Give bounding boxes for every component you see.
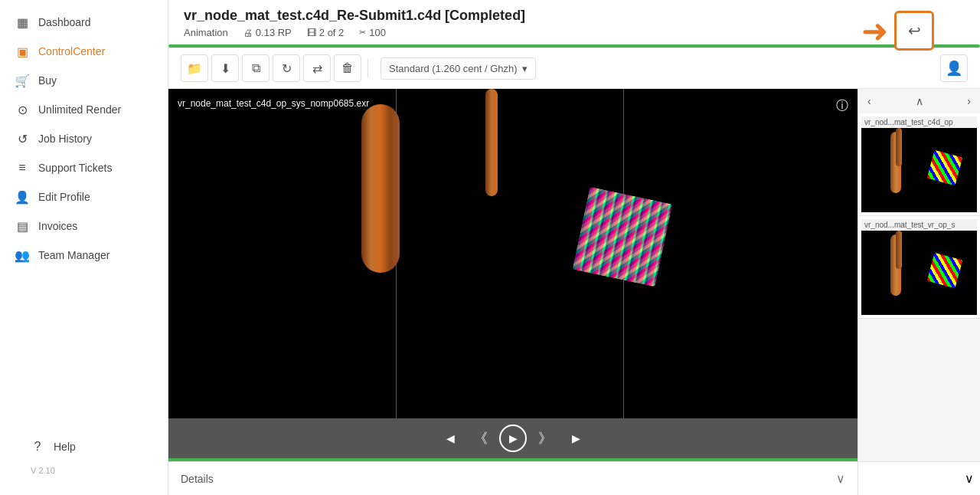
refresh-button[interactable]: ↻ (273, 54, 300, 82)
details-chevron-icon: ∨ (836, 471, 845, 486)
thumbnail-item-2[interactable]: vr_nod...mat_test_vr_op_s (858, 216, 980, 319)
thumb-collapse-button[interactable]: ∧ (916, 95, 923, 107)
edit-profile-icon: 👤 (15, 190, 29, 204)
sidebar-item-label: Help (54, 441, 76, 453)
sidebar: ▦ Dashboard ▣ ControlCenter 🛒 Buy ⊙ Unli… (0, 0, 168, 495)
control-center-icon: ▣ (15, 44, 29, 58)
toolbar-divider (368, 59, 368, 77)
zoom-icon: ✂ (359, 28, 366, 38)
play-button[interactable]: ▶ (499, 425, 527, 452)
thumbnail-list: vr_nod...mat_test_c4d_op vr_nod...mat_te… (858, 113, 980, 461)
rp-value: 0.13 RP (256, 27, 292, 38)
sidebar-item-support-tickets[interactable]: ≡ Support Tickets (0, 153, 168, 182)
arrow-right-icon: ➜ (861, 12, 888, 50)
sidebar-label-team-manager: Team Manager (38, 249, 109, 261)
frames-icon: 🎞 (307, 28, 316, 38)
sidebar-item-buy[interactable]: 🛒 Buy (0, 66, 168, 95)
details-bar[interactable]: Details ∨ (168, 461, 858, 495)
sidebar-item-control-center[interactable]: ▣ ControlCenter (0, 37, 168, 66)
support-tickets-icon: ≡ (15, 161, 29, 175)
sidebar-label-control-center: ControlCenter (38, 45, 105, 57)
avatar-button[interactable]: 👤 (940, 54, 968, 82)
svg-rect-9 (573, 186, 672, 286)
prev-start-button[interactable]: ◀ (438, 426, 462, 451)
job-type-label: Animation (184, 27, 228, 38)
invoices-icon: ▤ (15, 219, 29, 233)
render-type-dropdown[interactable]: Standard (1.260 cent / Ghzh) ▾ (381, 57, 536, 80)
details-label: Details (181, 473, 214, 485)
sidebar-item-dashboard[interactable]: ▦ Dashboard (0, 8, 168, 37)
thumb-prev-button[interactable]: ‹ (867, 95, 871, 107)
job-title-text: vr_node_mat_test.c4d_Re-Submit1.c4d [Com… (184, 8, 525, 24)
thumbnail-nav: ‹ ∧ › (858, 89, 980, 113)
sidebar-label-job-history: Job History (38, 133, 92, 145)
avatar-icon: 👤 (946, 60, 962, 77)
sidebar-label-invoices: Invoices (38, 220, 77, 232)
viewer-panel: vr_node_mat_test_c4d_op_sys_nomp0685.exr… (168, 89, 858, 495)
sidebar-item-help[interactable]: ? Help (15, 432, 152, 461)
mini-scene-2 (861, 231, 977, 315)
copper-pipe-thin (485, 89, 498, 196)
job-rp: 🖨 0.13 RP (243, 27, 292, 38)
arrow-target-button[interactable]: ↩ (894, 11, 934, 51)
dropdown-value: Standard (1.260 cent / Ghzh) (389, 63, 518, 74)
sidebar-item-invoices[interactable]: ▤ Invoices (0, 211, 168, 241)
info-button[interactable]: ⓘ (836, 98, 848, 114)
sidebar-version: V 2.10 (15, 461, 152, 480)
help-icon: ? (31, 440, 44, 454)
toolbar: 📁 ⬇ ⧉ ↻ ⇄ 🗑 Standard (1.260 cent / Ghzh)… (168, 48, 980, 89)
mini-cube-2 (927, 253, 963, 289)
sidebar-label-dashboard: Dashboard (38, 16, 91, 28)
thumbnail-item-1[interactable]: vr_nod...mat_test_c4d_op (858, 113, 980, 216)
buy-icon: 🛒 (15, 74, 29, 87)
team-manager-icon: 👥 (15, 248, 29, 262)
zoom-value: 100 (369, 27, 386, 38)
job-history-icon: ↺ (15, 132, 29, 146)
folder-button[interactable]: 📁 (181, 54, 208, 82)
thumb-image-2 (861, 231, 977, 315)
sidebar-item-job-history[interactable]: ↺ Job History (0, 124, 168, 153)
main-content: vr_node_mat_test.c4d_Re-Submit1.c4d [Com… (168, 0, 980, 495)
viewer-image: vr_node_mat_test_c4d_op_sys_nomp0685.exr… (168, 89, 858, 418)
thumb-next-button[interactable]: › (967, 95, 971, 107)
copper-pipe-large (361, 104, 400, 273)
render-scene (168, 89, 858, 418)
frames-value: 2 of 2 (319, 27, 345, 38)
copy-button[interactable]: ⧉ (242, 54, 270, 82)
dashboard-icon: ▦ (15, 15, 29, 29)
thumb-image-1 (861, 128, 977, 212)
job-title: vr_node_mat_test.c4d_Re-Submit1.c4d [Com… (184, 8, 965, 24)
chevron-down-icon: ▾ (522, 63, 528, 74)
delete-button[interactable]: 🗑 (334, 54, 361, 82)
unlimited-render-icon: ⊙ (15, 103, 29, 116)
job-header: vr_node_mat_test.c4d_Re-Submit1.c4d [Com… (168, 0, 980, 48)
video-controls: ◀ 《 ▶ 》 ▶ (168, 418, 858, 458)
next-button[interactable]: 》 (533, 426, 557, 451)
job-type: Animation (184, 27, 228, 38)
mini-tube-thin-1 (896, 128, 902, 166)
thumb-label-1: vr_nod...mat_test_c4d_op (861, 116, 977, 128)
content-area: vr_node_mat_test_c4d_op_sys_nomp0685.exr… (168, 89, 980, 495)
transfer-button[interactable]: ⇄ (303, 54, 331, 82)
prev-button[interactable]: 《 (469, 426, 493, 451)
sidebar-item-team-manager[interactable]: 👥 Team Manager (0, 241, 168, 270)
toolbar-right: 👤 (940, 54, 968, 82)
job-meta: Animation 🖨 0.13 RP 🎞 2 of 2 ✂ 100 (184, 24, 965, 44)
sidebar-item-edit-profile[interactable]: 👤 Edit Profile (0, 182, 168, 211)
thumb-label-2: vr_nod...mat_test_vr_op_s (861, 219, 977, 231)
thumb-details-chevron-icon: ∨ (965, 471, 974, 486)
thumb-details-button[interactable]: ∨ (858, 461, 980, 495)
sidebar-label-buy: Buy (38, 74, 57, 87)
colorful-cube (573, 186, 672, 286)
sidebar-label-support-tickets: Support Tickets (38, 162, 113, 174)
mini-scene-1 (861, 128, 977, 212)
next-end-button[interactable]: ▶ (564, 426, 588, 451)
thumbnail-panel: ‹ ∧ › vr_nod...mat_test_c4d_op (858, 89, 980, 495)
progress-bar (168, 44, 980, 48)
return-icon: ↩ (908, 21, 921, 40)
download-button[interactable]: ⬇ (211, 54, 239, 82)
job-frames: 🎞 2 of 2 (307, 27, 345, 38)
mini-cube-1 (927, 150, 963, 186)
sidebar-label-edit-profile: Edit Profile (38, 191, 90, 203)
sidebar-item-unlimited-render[interactable]: ⊙ Unlimited Render (0, 95, 168, 124)
